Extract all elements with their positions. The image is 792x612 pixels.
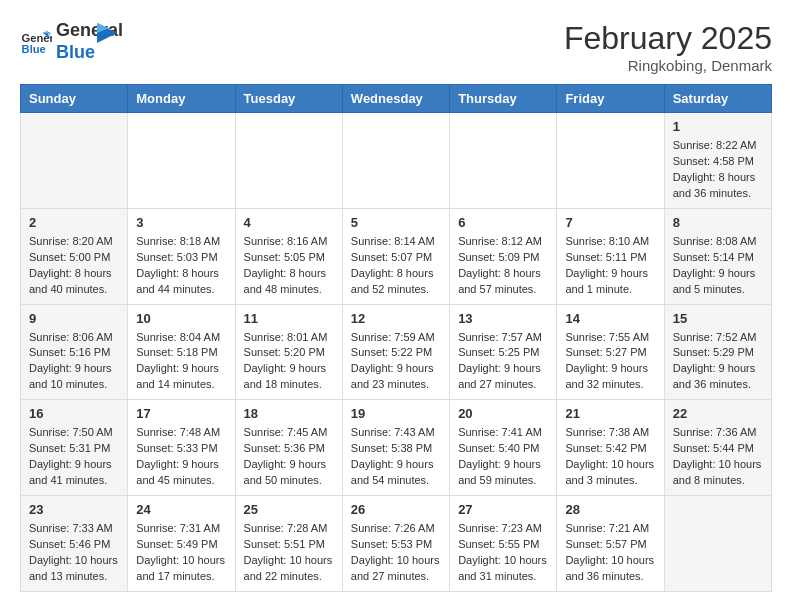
- calendar-cell: 15Sunrise: 7:52 AM Sunset: 5:29 PM Dayli…: [664, 304, 771, 400]
- calendar-cell: 9Sunrise: 8:06 AM Sunset: 5:16 PM Daylig…: [21, 304, 128, 400]
- calendar-cell: 26Sunrise: 7:26 AM Sunset: 5:53 PM Dayli…: [342, 496, 449, 592]
- day-number: 20: [458, 406, 548, 421]
- svg-text:Blue: Blue: [22, 43, 46, 55]
- calendar-cell: 21Sunrise: 7:38 AM Sunset: 5:42 PM Dayli…: [557, 400, 664, 496]
- day-info: Sunrise: 7:41 AM Sunset: 5:40 PM Dayligh…: [458, 425, 548, 489]
- col-header-sunday: Sunday: [21, 85, 128, 113]
- day-number: 19: [351, 406, 441, 421]
- calendar-cell: 4Sunrise: 8:16 AM Sunset: 5:05 PM Daylig…: [235, 208, 342, 304]
- logo-flag-icon: [97, 23, 117, 51]
- day-number: 2: [29, 215, 119, 230]
- calendar-header-row: SundayMondayTuesdayWednesdayThursdayFrid…: [21, 85, 772, 113]
- col-header-wednesday: Wednesday: [342, 85, 449, 113]
- logo-icon: General Blue: [20, 26, 52, 58]
- calendar-cell: [557, 113, 664, 209]
- calendar-cell: 10Sunrise: 8:04 AM Sunset: 5:18 PM Dayli…: [128, 304, 235, 400]
- title-block: February 2025 Ringkobing, Denmark: [564, 20, 772, 74]
- day-info: Sunrise: 7:26 AM Sunset: 5:53 PM Dayligh…: [351, 521, 441, 585]
- calendar-week-row: 23Sunrise: 7:33 AM Sunset: 5:46 PM Dayli…: [21, 496, 772, 592]
- calendar-cell: [21, 113, 128, 209]
- day-info: Sunrise: 7:57 AM Sunset: 5:25 PM Dayligh…: [458, 330, 548, 394]
- day-info: Sunrise: 8:12 AM Sunset: 5:09 PM Dayligh…: [458, 234, 548, 298]
- calendar-cell: [450, 113, 557, 209]
- day-number: 18: [244, 406, 334, 421]
- col-header-friday: Friday: [557, 85, 664, 113]
- logo: General Blue General Blue: [20, 20, 117, 63]
- day-info: Sunrise: 7:36 AM Sunset: 5:44 PM Dayligh…: [673, 425, 763, 489]
- day-info: Sunrise: 7:59 AM Sunset: 5:22 PM Dayligh…: [351, 330, 441, 394]
- day-number: 27: [458, 502, 548, 517]
- calendar-cell: 23Sunrise: 7:33 AM Sunset: 5:46 PM Dayli…: [21, 496, 128, 592]
- calendar-cell: 17Sunrise: 7:48 AM Sunset: 5:33 PM Dayli…: [128, 400, 235, 496]
- calendar-cell: 16Sunrise: 7:50 AM Sunset: 5:31 PM Dayli…: [21, 400, 128, 496]
- calendar-table: SundayMondayTuesdayWednesdayThursdayFrid…: [20, 84, 772, 592]
- calendar-cell: 20Sunrise: 7:41 AM Sunset: 5:40 PM Dayli…: [450, 400, 557, 496]
- day-number: 16: [29, 406, 119, 421]
- day-number: 3: [136, 215, 226, 230]
- day-info: Sunrise: 8:20 AM Sunset: 5:00 PM Dayligh…: [29, 234, 119, 298]
- day-number: 12: [351, 311, 441, 326]
- page-header: General Blue General Blue February 2025 …: [20, 20, 772, 74]
- location-subtitle: Ringkobing, Denmark: [564, 57, 772, 74]
- calendar-cell: 6Sunrise: 8:12 AM Sunset: 5:09 PM Daylig…: [450, 208, 557, 304]
- calendar-cell: 12Sunrise: 7:59 AM Sunset: 5:22 PM Dayli…: [342, 304, 449, 400]
- day-number: 4: [244, 215, 334, 230]
- day-info: Sunrise: 8:10 AM Sunset: 5:11 PM Dayligh…: [565, 234, 655, 298]
- day-info: Sunrise: 7:31 AM Sunset: 5:49 PM Dayligh…: [136, 521, 226, 585]
- day-info: Sunrise: 7:52 AM Sunset: 5:29 PM Dayligh…: [673, 330, 763, 394]
- day-number: 8: [673, 215, 763, 230]
- day-info: Sunrise: 7:21 AM Sunset: 5:57 PM Dayligh…: [565, 521, 655, 585]
- calendar-cell: 11Sunrise: 8:01 AM Sunset: 5:20 PM Dayli…: [235, 304, 342, 400]
- day-number: 26: [351, 502, 441, 517]
- calendar-week-row: 9Sunrise: 8:06 AM Sunset: 5:16 PM Daylig…: [21, 304, 772, 400]
- calendar-cell: 28Sunrise: 7:21 AM Sunset: 5:57 PM Dayli…: [557, 496, 664, 592]
- col-header-saturday: Saturday: [664, 85, 771, 113]
- day-number: 15: [673, 311, 763, 326]
- day-info: Sunrise: 8:01 AM Sunset: 5:20 PM Dayligh…: [244, 330, 334, 394]
- calendar-cell: 24Sunrise: 7:31 AM Sunset: 5:49 PM Dayli…: [128, 496, 235, 592]
- day-info: Sunrise: 8:04 AM Sunset: 5:18 PM Dayligh…: [136, 330, 226, 394]
- day-number: 1: [673, 119, 763, 134]
- day-number: 28: [565, 502, 655, 517]
- calendar-cell: 2Sunrise: 8:20 AM Sunset: 5:00 PM Daylig…: [21, 208, 128, 304]
- col-header-monday: Monday: [128, 85, 235, 113]
- calendar-cell: 14Sunrise: 7:55 AM Sunset: 5:27 PM Dayli…: [557, 304, 664, 400]
- calendar-cell: 7Sunrise: 8:10 AM Sunset: 5:11 PM Daylig…: [557, 208, 664, 304]
- calendar-week-row: 16Sunrise: 7:50 AM Sunset: 5:31 PM Dayli…: [21, 400, 772, 496]
- day-info: Sunrise: 7:48 AM Sunset: 5:33 PM Dayligh…: [136, 425, 226, 489]
- day-number: 22: [673, 406, 763, 421]
- day-info: Sunrise: 8:22 AM Sunset: 4:58 PM Dayligh…: [673, 138, 763, 202]
- calendar-cell: 19Sunrise: 7:43 AM Sunset: 5:38 PM Dayli…: [342, 400, 449, 496]
- day-number: 11: [244, 311, 334, 326]
- day-number: 17: [136, 406, 226, 421]
- day-number: 24: [136, 502, 226, 517]
- calendar-cell: 8Sunrise: 8:08 AM Sunset: 5:14 PM Daylig…: [664, 208, 771, 304]
- calendar-cell: [235, 113, 342, 209]
- calendar-cell: 22Sunrise: 7:36 AM Sunset: 5:44 PM Dayli…: [664, 400, 771, 496]
- day-info: Sunrise: 7:45 AM Sunset: 5:36 PM Dayligh…: [244, 425, 334, 489]
- day-info: Sunrise: 7:50 AM Sunset: 5:31 PM Dayligh…: [29, 425, 119, 489]
- day-info: Sunrise: 8:06 AM Sunset: 5:16 PM Dayligh…: [29, 330, 119, 394]
- day-info: Sunrise: 7:55 AM Sunset: 5:27 PM Dayligh…: [565, 330, 655, 394]
- day-info: Sunrise: 7:33 AM Sunset: 5:46 PM Dayligh…: [29, 521, 119, 585]
- day-number: 25: [244, 502, 334, 517]
- day-info: Sunrise: 8:08 AM Sunset: 5:14 PM Dayligh…: [673, 234, 763, 298]
- day-info: Sunrise: 7:28 AM Sunset: 5:51 PM Dayligh…: [244, 521, 334, 585]
- calendar-week-row: 2Sunrise: 8:20 AM Sunset: 5:00 PM Daylig…: [21, 208, 772, 304]
- day-info: Sunrise: 8:18 AM Sunset: 5:03 PM Dayligh…: [136, 234, 226, 298]
- day-number: 14: [565, 311, 655, 326]
- col-header-tuesday: Tuesday: [235, 85, 342, 113]
- calendar-cell: 18Sunrise: 7:45 AM Sunset: 5:36 PM Dayli…: [235, 400, 342, 496]
- calendar-cell: [342, 113, 449, 209]
- day-info: Sunrise: 7:23 AM Sunset: 5:55 PM Dayligh…: [458, 521, 548, 585]
- calendar-cell: 13Sunrise: 7:57 AM Sunset: 5:25 PM Dayli…: [450, 304, 557, 400]
- calendar-cell: [664, 496, 771, 592]
- month-year-title: February 2025: [564, 20, 772, 57]
- day-number: 10: [136, 311, 226, 326]
- calendar-cell: 3Sunrise: 8:18 AM Sunset: 5:03 PM Daylig…: [128, 208, 235, 304]
- day-number: 13: [458, 311, 548, 326]
- day-info: Sunrise: 8:16 AM Sunset: 5:05 PM Dayligh…: [244, 234, 334, 298]
- day-number: 5: [351, 215, 441, 230]
- day-number: 23: [29, 502, 119, 517]
- day-number: 6: [458, 215, 548, 230]
